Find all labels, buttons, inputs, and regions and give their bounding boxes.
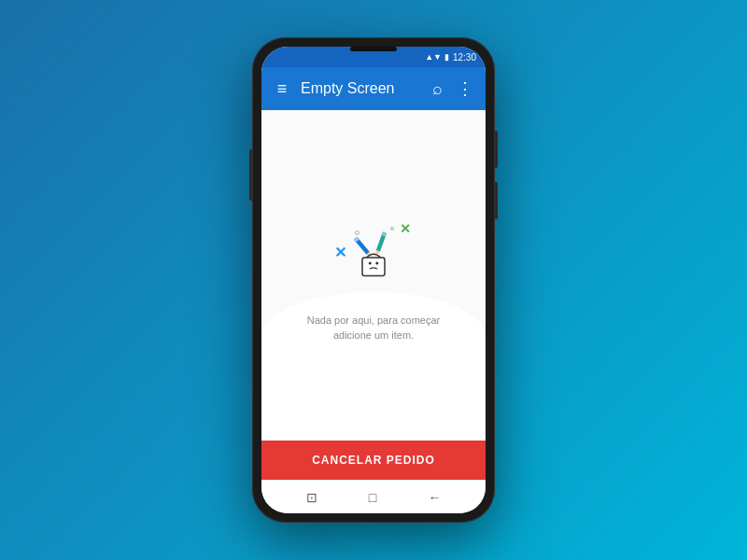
signal-icon: ▲▼ [425, 52, 442, 62]
navigation-bar: ⊡ □ ← [261, 480, 486, 513]
app-bar-title: Empty Screen [301, 80, 418, 97]
dot-1 [355, 231, 359, 235]
status-icons: ▲▼ ▮ [425, 52, 449, 62]
power-button [495, 131, 498, 168]
empty-message-line1: Nada por aqui, para começar [307, 315, 440, 326]
empty-illustration: ✕ ✕ [327, 208, 420, 301]
empty-message-line2: adicione um item. [333, 329, 414, 341]
dot-2 [390, 227, 394, 231]
search-icon[interactable]: ⌕ [428, 79, 446, 99]
empty-text: Nada por aqui, para começar adicione um … [307, 313, 440, 343]
svg-point-8 [375, 261, 378, 264]
volume-down-button [495, 182, 498, 219]
recent-apps-icon[interactable]: ⊡ [306, 490, 317, 505]
empty-state: ✕ ✕ [261, 110, 486, 441]
basket-illustration [345, 227, 402, 283]
svg-point-7 [369, 261, 372, 264]
volume-up-button [249, 149, 252, 201]
phone-device: ▲▼ ▮ 12:30 ≡ Empty Screen ⌕ ⋮ ✕ ✕ [252, 37, 495, 523]
back-icon[interactable]: ← [428, 490, 441, 505]
status-time: 12:30 [453, 52, 476, 63]
app-bar: ≡ Empty Screen ⌕ ⋮ [261, 67, 486, 110]
status-bar: ▲▼ ▮ 12:30 [261, 47, 486, 67]
x-mark-blue: ✕ [334, 244, 346, 261]
svg-rect-6 [362, 258, 385, 276]
main-content: ✕ ✕ [261, 110, 486, 480]
phone-notch [350, 47, 397, 51]
home-icon[interactable]: □ [369, 490, 376, 505]
battery-icon: ▮ [444, 52, 449, 62]
more-options-icon[interactable]: ⋮ [456, 78, 474, 99]
phone-screen: ▲▼ ▮ 12:30 ≡ Empty Screen ⌕ ⋮ ✕ ✕ [261, 47, 486, 513]
menu-icon[interactable]: ≡ [273, 79, 291, 99]
x-mark-green: ✕ [400, 221, 411, 236]
cancel-order-button[interactable]: CANCELAR PEDIDO [261, 441, 486, 480]
